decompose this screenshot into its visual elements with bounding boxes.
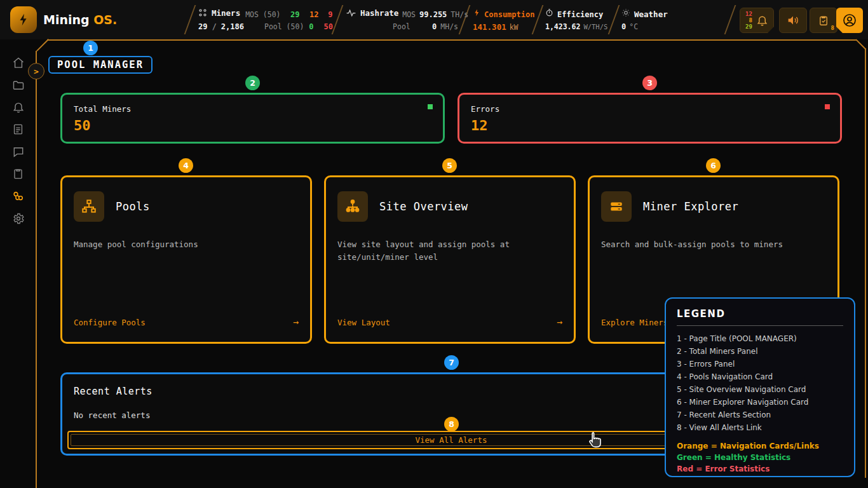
org-chart-icon <box>337 191 368 222</box>
arrow-right-icon: → <box>557 316 562 328</box>
mos-online-count: 29 <box>286 10 300 19</box>
efficiency-stat: Efficiency 1,423.62 W/TH/S <box>545 0 610 39</box>
legend-item: 4 - Pools Navigation Card <box>677 370 843 383</box>
page-title: POOL MANAGER <box>48 56 153 74</box>
pool-prefix: Pool (50) <box>264 22 304 31</box>
efficiency-unit: W/TH/S <box>583 23 607 30</box>
clipboard-check-icon <box>818 15 829 27</box>
brand-name: Mining OS. <box>43 13 117 27</box>
legend-item: 2 - Total Miners Panel <box>677 345 843 358</box>
consumption-label: Consumption <box>484 10 534 19</box>
sidebar-item-home[interactable] <box>11 55 26 70</box>
hashrate-stat: Hashrate MOS 99.255 TH/s Pool 0 MH/s <box>346 0 458 39</box>
speaker-icon <box>787 15 799 26</box>
left-sidebar <box>0 39 36 488</box>
legend-overlay: LEGEND 1 - Page Title (POOL MANAGER) 2 -… <box>665 297 855 477</box>
hashrate-mos-unit: TH/s <box>451 10 468 19</box>
annotation-badge-8: 8 <box>444 417 459 431</box>
pool-ok-count: 0 <box>309 22 313 31</box>
bell-icon <box>756 15 768 27</box>
sidebar-expand-button[interactable]: > <box>28 63 44 79</box>
panel-title: Total Miners <box>74 104 431 114</box>
mos-warning-count: 12 <box>305 10 319 19</box>
annotation-badge-7: 7 <box>444 355 459 370</box>
legend-item: 6 - Miner Explorer Navigation Card <box>677 396 843 409</box>
tasks-button[interactable]: 8 <box>810 8 837 33</box>
frame-top-line <box>47 39 857 41</box>
consumption-unit: kW <box>510 23 519 32</box>
errors-panel: Errors 12 <box>458 93 842 144</box>
pool-error-count: 50 <box>324 22 333 31</box>
card-description: View site layout and assign pools at sit… <box>337 238 562 264</box>
audio-button[interactable] <box>779 8 807 33</box>
header-divider <box>332 5 344 34</box>
weather-value: 0 <box>621 22 626 31</box>
weather-unit: °C <box>629 22 638 31</box>
annotation-badge-4: 4 <box>179 158 193 173</box>
legend-note-green: Green = Healthy Statistics <box>677 452 843 463</box>
panel-title: Errors <box>471 104 829 114</box>
miners-count: 29 <box>198 22 207 31</box>
notifications-button[interactable]: 12 8 29 <box>740 8 774 33</box>
view-all-label: View All Alerts <box>416 435 487 445</box>
top-bar: Mining OS. Miners MOS (50) 29 <box>0 0 868 39</box>
hashrate-pool-unit: MH/s <box>440 22 458 31</box>
efficiency-value: 1,423.62 <box>545 22 580 31</box>
miners-label: Miners <box>212 8 240 18</box>
miners-nodes-icon <box>198 8 207 17</box>
legend-note-red: Red = Error Statistics <box>677 463 843 475</box>
sidebar-item-folders[interactable] <box>11 78 26 92</box>
sidebar-item-documents[interactable] <box>11 122 26 137</box>
sidebar-item-notifications[interactable] <box>11 100 26 114</box>
notification-counts: 12 8 29 <box>745 11 752 30</box>
card-title: Pools <box>116 200 150 213</box>
header-divider <box>459 5 471 34</box>
card-description: Search and bulk-assign pools to miners <box>601 238 826 251</box>
stopwatch-icon <box>545 8 553 17</box>
miners-stat: Miners MOS (50) 29 12 9 29 / 2,186 Pool … <box>198 0 333 39</box>
legend-divider <box>677 325 843 326</box>
sidebar-item-tasks[interactable] <box>11 166 26 181</box>
total-miners-panel: Total Miners 50 <box>60 93 445 144</box>
configure-pools-link[interactable]: Configure Pools → <box>74 316 299 328</box>
mining-os-app: Mining OS. Miners MOS (50) 29 <box>0 0 868 488</box>
sidebar-item-settings[interactable] <box>11 211 26 226</box>
weather-stat: Weather 0 °C <box>621 0 691 39</box>
frame-left-line <box>36 51 37 488</box>
sidebar-item-messages[interactable] <box>11 144 26 159</box>
view-layout-link[interactable]: View Layout → <box>337 316 562 328</box>
header-divider <box>724 5 736 34</box>
hashrate-pool-key: Pool <box>393 22 410 31</box>
consumption-stat: Consumption 141.301 kW <box>473 0 536 39</box>
arrow-right-icon: → <box>293 316 299 328</box>
user-icon <box>842 13 857 28</box>
card-title: Site Overview <box>379 200 468 213</box>
legend-item: 3 - Errors Panel <box>677 358 843 370</box>
frame-right-line <box>865 48 866 478</box>
activity-pulse-icon <box>346 9 356 17</box>
hashrate-mos-key: MOS <box>402 10 416 19</box>
annotation-badge-5: 5 <box>442 158 457 173</box>
sidebar-item-pools-active[interactable] <box>11 189 26 203</box>
user-account-button[interactable] <box>836 8 863 33</box>
weather-label: Weather <box>634 10 668 19</box>
frame-corner-diagonal <box>36 39 48 51</box>
mos-prefix: MOS (50) <box>245 10 280 19</box>
brand-logo: Mining OS. <box>10 6 117 33</box>
annotation-badge-2: 2 <box>245 76 260 90</box>
site-overview-card[interactable]: Site Overview View site layout and assig… <box>324 175 576 344</box>
lightning-bolt-icon <box>473 8 481 17</box>
annotation-badge-6: 6 <box>706 158 721 173</box>
tasks-count-badge: 8 <box>831 25 834 31</box>
panel-value: 12 <box>471 118 829 133</box>
hashrate-pool-value: 0 <box>414 22 437 31</box>
pools-card[interactable]: Pools Manage pool configurations Configu… <box>60 175 312 344</box>
card-title: Miner Explorer <box>643 200 738 213</box>
legend-note-orange: Orange = Navigation Cards/Links <box>677 440 843 452</box>
server-rack-icon <box>601 191 632 222</box>
consumption-value: 141.301 <box>473 22 506 32</box>
status-dot <box>428 104 433 109</box>
status-dot <box>825 104 830 109</box>
panel-value: 50 <box>74 118 431 133</box>
sun-icon <box>621 8 630 17</box>
